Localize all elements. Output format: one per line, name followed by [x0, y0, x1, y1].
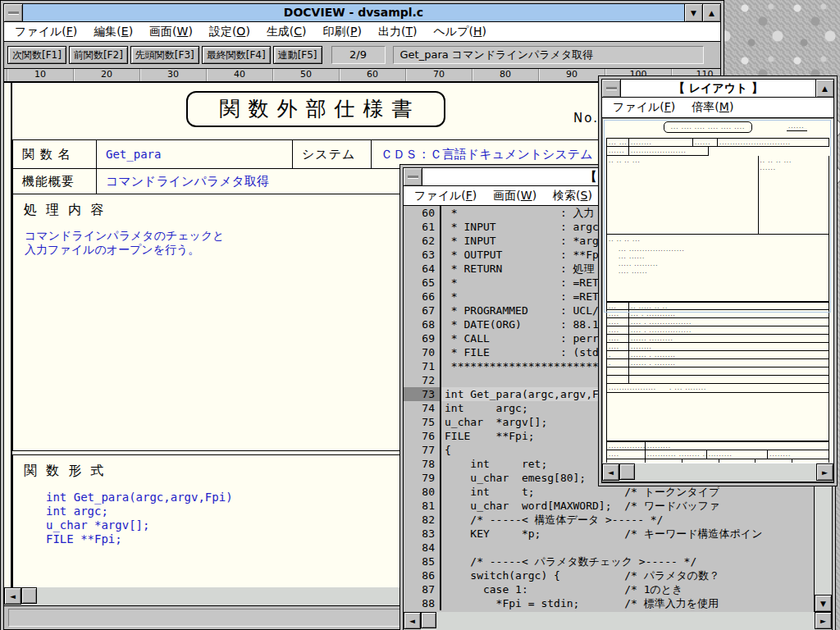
menu-item[interactable]: 画面(W) — [142, 23, 200, 41]
right-arrow-icon: ► — [820, 617, 826, 625]
preview-cell: ........ — [628, 343, 829, 350]
line-text: * CALL : perro — [441, 331, 605, 345]
preview-cell: .................. — [607, 384, 668, 392]
line-number: 87 — [404, 582, 441, 596]
toolbar-button[interactable]: 最終関数[F4] — [202, 46, 271, 64]
menu-item[interactable]: 出力(T) — [371, 23, 425, 41]
preview-row — [606, 368, 829, 376]
source-code-line[interactable]: 87 case 1: /* 1のとき — [404, 582, 815, 596]
menu-item[interactable]: 編集(E) — [86, 23, 140, 41]
line-number: 65 — [404, 276, 441, 290]
function-name-value[interactable]: Get_para — [106, 148, 161, 161]
line-text: * INPUT : *argv — [441, 234, 605, 248]
scrollbar-thumb[interactable] — [421, 612, 436, 628]
preview-cell: ........ — [767, 450, 829, 459]
preview-cell: ..................... — [628, 147, 708, 155]
scroll-down-button[interactable]: ▼ — [815, 595, 832, 612]
preview-cell — [607, 376, 628, 383]
system-value[interactable]: ＣＤＳ：Ｃ言語ドキュメントシステム — [381, 147, 593, 162]
preview-cell: .... — [607, 318, 628, 326]
source-code-line[interactable]: 85 /* -----< パラメタ数チェック >----- */ — [404, 555, 815, 568]
scrollbar-thumb[interactable] — [619, 463, 635, 480]
menu-item[interactable]: 生成(C) — [259, 23, 314, 41]
preview-spec-box: .. .. .. ... .. .. .. ......... — [606, 156, 829, 235]
preview-cell: ...... . ........ — [628, 351, 829, 358]
source-code-line[interactable]: 82 /* -----< 構造体データ >----- */ — [404, 513, 815, 527]
source-code-line[interactable]: 81 u_char word[MAXWORD]; /* ワードバッファ — [404, 499, 815, 513]
line-number: 75 — [404, 415, 441, 429]
preview-cell: .... — [607, 310, 628, 317]
line-text: { — [441, 443, 451, 457]
line-text: FILE **Fpi; — [441, 429, 535, 443]
preview-row: ........................... — [606, 147, 709, 156]
preview-text: ...... — [760, 165, 827, 172]
layout-titlebar[interactable]: 【 レイアウト 】 ▲ — [602, 80, 833, 98]
source-code-line[interactable]: 88 *Fpi = stdin; /* 標準入力を使用 — [404, 596, 815, 610]
toolbar-button[interactable]: 前関数[F2] — [69, 46, 128, 64]
preview-processing-box: .. .. .. ... ... .......................… — [606, 235, 829, 302]
maximize-button[interactable]: ▲ — [702, 4, 720, 21]
system-menu-button[interactable] — [602, 80, 621, 97]
preview-cell: ...... — [682, 459, 719, 463]
line-number: 84 — [404, 541, 441, 555]
menu-item[interactable]: ファイル(F) — [7, 23, 84, 41]
line-text: * RETURN : 処理 — [441, 262, 595, 276]
down-arrow-icon: ▼ — [691, 9, 696, 17]
source-code-line[interactable]: 84 — [404, 541, 815, 555]
source-code-line[interactable]: 83 KEY *p; /* キーワード構造体ポイン — [404, 527, 815, 541]
preview-row: ....... . ........ — [606, 351, 829, 359]
toolbar-button[interactable]: 連動[F5] — [273, 46, 322, 64]
line-number: 67 — [404, 304, 441, 317]
scroll-left-button[interactable]: ◄ — [4, 587, 21, 605]
preview-text: ..... ......... — [619, 261, 827, 268]
menu-item[interactable]: 印刷(P) — [316, 23, 369, 41]
menu-item[interactable]: 検索(S) — [546, 187, 600, 205]
menu-item[interactable]: 画面(W) — [486, 187, 544, 205]
source-h-scrollbar[interactable]: ◄ ► — [404, 612, 832, 630]
ruler-mark: 80 — [472, 69, 538, 81]
layout-h-scrollbar[interactable]: ◄ ► — [602, 463, 833, 482]
scroll-right-button[interactable]: ► — [815, 612, 832, 629]
preview-cell: .... . ................ — [628, 326, 829, 334]
preview-cell: .... — [607, 450, 645, 459]
ruler-mark: 30 — [139, 69, 206, 81]
preview-cell: ..... — [645, 459, 682, 463]
line-text: * : 入力 — [441, 206, 595, 220]
scrollbar-track[interactable] — [635, 463, 816, 482]
summary-value[interactable]: コマンドラインパラメタ取得 — [106, 174, 269, 189]
scroll-right-button[interactable]: ► — [816, 463, 833, 481]
system-menu-button[interactable] — [404, 168, 422, 185]
source-code-line[interactable]: 80 int t; /* トークンタイプ — [404, 485, 815, 499]
scroll-left-button[interactable]: ◄ — [404, 612, 421, 629]
menu-item[interactable]: ファイル(F) — [407, 187, 484, 205]
line-number: 85 — [404, 555, 441, 568]
maximize-button[interactable]: ▲ — [815, 80, 833, 97]
main-titlebar[interactable]: DOCVIEW - dvsampl.c ▼ ▲ — [4, 4, 720, 22]
scrollbar-track[interactable] — [436, 612, 815, 630]
line-number: 62 — [404, 234, 441, 248]
line-text — [441, 373, 445, 387]
menu-item[interactable]: 設定(O) — [202, 23, 258, 41]
function-name-label: 関 数 名 — [22, 147, 71, 162]
menu-item[interactable]: ファイル(F) — [605, 98, 682, 116]
system-menu-button[interactable] — [4, 4, 23, 21]
toolbar-button[interactable]: 次関数[F1] — [7, 46, 66, 64]
menu-item[interactable]: ヘルプ(H) — [426, 23, 493, 41]
preview-text-lines: ... ........................ ...........… — [619, 246, 827, 276]
menu-item[interactable]: 倍率(M) — [684, 98, 741, 116]
preview-cell: . ... ........ — [668, 384, 718, 392]
preview-text: .. .. .. ... — [609, 236, 827, 244]
system-menu-icon — [8, 11, 19, 14]
scrollbar-thumb[interactable] — [21, 587, 37, 604]
toolbar-button[interactable]: 先頭関数[F3] — [130, 46, 199, 64]
line-number: 78 — [404, 457, 441, 471]
source-code-line[interactable]: 86 switch(argc) { /* パラメタの数？ — [404, 568, 815, 582]
minimize-button[interactable]: ▼ — [684, 4, 702, 21]
system-menu-icon — [408, 176, 418, 178]
line-text: * FILE : (std — [441, 345, 599, 359]
preview-format-box: ................... ... ........ — [606, 384, 829, 441]
window-title: DOCVIEW - dvsampl.c — [23, 4, 684, 21]
preview-cell: .. ..... .. .. — [628, 303, 829, 309]
scroll-left-button[interactable]: ◄ — [602, 463, 619, 481]
preview-cell: ........................... — [717, 139, 829, 146]
